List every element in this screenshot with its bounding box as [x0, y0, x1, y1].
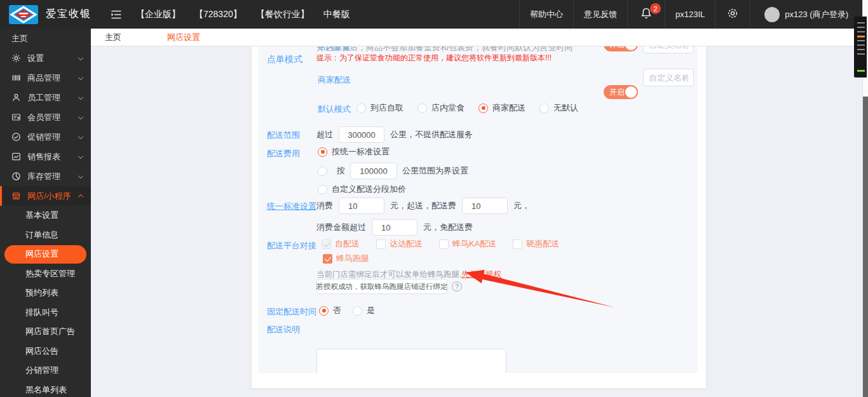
- chevron-down-icon: [78, 134, 83, 139]
- standard-line2: 消费金额超过 元，免配送费: [316, 219, 473, 236]
- checkbox-fengniao-ka[interactable]: 蜂鸟KA配送: [439, 238, 496, 250]
- standard-text: 元，免配送费: [423, 222, 473, 233]
- minimap-orange-marker: [857, 36, 865, 37]
- toggle-knob: [625, 86, 637, 98]
- sidebar-subitem-store-settings[interactable]: 网店设置: [4, 245, 86, 264]
- checkbox-label: 蜂鸟KA配送: [452, 238, 496, 250]
- radio-label: 店内堂食: [431, 102, 465, 114]
- sidebar-subitem-basic-settings[interactable]: 基本设置: [0, 206, 91, 225]
- scrollbar-thumb[interactable]: [863, 97, 868, 397]
- dinein-custom-name-input[interactable]: [643, 46, 694, 53]
- bind-shop-button[interactable]: 若授权成功，获取蜂鸟跑腿店铺进行绑定: [316, 279, 447, 294]
- sidebar-item-staff[interactable]: 员工管理: [0, 88, 91, 107]
- header-settings-button[interactable]: [715, 0, 750, 29]
- checkbox-label: 蜂鸟跑腿: [336, 253, 369, 264]
- sidebar-item-inventory[interactable]: 库存管理: [0, 166, 91, 186]
- merchant-delivery-custom-name-input[interactable]: [643, 69, 694, 86]
- barcode-icon: [11, 73, 22, 83]
- sidebar-item-label: 网店/小程序: [27, 191, 71, 202]
- standard-settings-label[interactable]: 统一标准设置: [267, 201, 316, 212]
- radio-no-default[interactable]: 无默认: [539, 102, 578, 114]
- sidebar-item-products[interactable]: 商品管理: [0, 68, 91, 88]
- sidebar-item-settings[interactable]: 设置: [0, 48, 91, 68]
- header-merchant-id[interactable]: 【728320】: [194, 9, 242, 20]
- merchant-delivery-toggle[interactable]: 开启: [604, 85, 638, 99]
- checkbox-label: 达达配送: [390, 238, 423, 250]
- min-spend-input[interactable]: [339, 198, 384, 214]
- sidebar-subitem-label: 基本设置: [25, 210, 58, 221]
- user-name-label: px123 (商户登录): [785, 9, 848, 20]
- sidebar-item-sales-reports[interactable]: 销售报表: [0, 147, 91, 166]
- content-area: 店内堂食 开启堂食后，商品不会添加餐盒费和包装费，就餐时间默认为营业时间 提示：…: [91, 46, 862, 397]
- header-cuisine-label[interactable]: 中餐版: [323, 9, 350, 20]
- line-chart-icon: [11, 152, 22, 162]
- header-industry-label[interactable]: 【餐饮行业】: [256, 9, 309, 20]
- delivery-range-input[interactable]: [339, 126, 384, 143]
- gear-icon: [11, 53, 22, 64]
- account-id-label[interactable]: px123IL: [665, 0, 715, 29]
- sidebar-item-label: 员工管理: [27, 92, 60, 104]
- menu-collapse-icon[interactable]: [111, 10, 122, 20]
- sidebar-item-promotions[interactable]: 促销管理: [0, 127, 91, 147]
- feedback-link[interactable]: 意见反馈: [573, 0, 627, 29]
- sidebar-item-members[interactable]: 会员管理: [0, 107, 91, 127]
- chevron-down-icon: [78, 173, 83, 178]
- minimap-widget[interactable]: [854, 17, 867, 77]
- sidebar-item-label: 商品管理: [27, 72, 60, 84]
- radio-merchant-delivery[interactable]: 商家配送: [478, 102, 526, 114]
- checkbox-dada[interactable]: 达达配送: [376, 238, 423, 250]
- free-delivery-threshold-input[interactable]: [372, 219, 417, 236]
- minimap-lines: [857, 22, 865, 58]
- radio-fixed-time-yes[interactable]: 是: [353, 305, 375, 316]
- checkbox-icon: [513, 239, 522, 249]
- radio-fee-by-range[interactable]: 按 公里范围为界设置: [318, 163, 468, 179]
- tab-home[interactable]: 主页: [105, 32, 121, 43]
- sidebar-subitem-store-notice[interactable]: 网店公告: [0, 342, 91, 361]
- checkbox-xiaohui[interactable]: 晓惠配送: [513, 238, 559, 250]
- checkbox-checked-icon: [323, 254, 332, 264]
- member-card-icon: [11, 112, 22, 123]
- sidebar-subitem-hot-zone[interactable]: 热卖专区管理: [0, 264, 91, 284]
- radio-dinein[interactable]: 店内堂食: [417, 102, 465, 114]
- delivery-note-label: 配送说明: [267, 324, 300, 335]
- sidebar-subitem-label: 黑名单列表: [25, 384, 67, 396]
- delivery-fee-input[interactable]: [462, 198, 508, 214]
- sidebar-subitem-reservation-list[interactable]: 预约列表: [0, 283, 91, 303]
- checkbox-self-delivery[interactable]: 自配送: [322, 238, 360, 250]
- question-circle-icon[interactable]: ?: [452, 281, 462, 292]
- sidebar-subitem-label: 分销管理: [25, 365, 58, 376]
- radio-fixed-time-no[interactable]: 否: [319, 305, 341, 316]
- radio-label: 是: [367, 305, 375, 316]
- help-center-link[interactable]: 帮助中心: [519, 0, 573, 29]
- standard-text: 元，: [513, 200, 530, 212]
- radio-icon: [318, 185, 327, 194]
- standard-text: 消费金额超过: [316, 222, 366, 233]
- checkbox-fengniao-paotui[interactable]: 蜂鸟跑腿: [323, 253, 369, 264]
- header-edition-label[interactable]: 【企业版】: [136, 9, 180, 20]
- sidebar-subitem-blacklist[interactable]: 黑名单列表: [0, 380, 91, 397]
- delivery-note-textarea[interactable]: [316, 349, 506, 373]
- range-prefix: 超过: [316, 129, 333, 140]
- radio-pickup[interactable]: 到店自取: [356, 102, 403, 114]
- sidebar-item-home[interactable]: 主页: [0, 29, 91, 48]
- authorize-link[interactable]: 先前往授权: [461, 270, 501, 279]
- sidebar-subitem-label: 排队叫号: [25, 307, 58, 318]
- standard-text: 消费: [316, 200, 333, 212]
- sidebar-subitem-order-info[interactable]: 订单信息: [0, 225, 91, 245]
- delivery-range-label: 配送范围: [267, 130, 300, 141]
- sidebar-item-online-store[interactable]: 网店/小程序: [0, 186, 91, 206]
- sidebar-item-label: 主页: [11, 33, 28, 44]
- dinein-toggle[interactable]: 开启: [604, 46, 638, 51]
- sidebar-subitem-homepage-ads[interactable]: 网店首页广告: [0, 322, 91, 342]
- sidebar-subitem-queue-call[interactable]: 排队叫号: [0, 303, 91, 323]
- sidebar-subitem-distribution[interactable]: 分销管理: [0, 361, 91, 380]
- gear-icon: [727, 8, 738, 21]
- radio-fee-custom[interactable]: 自定义配送分段加价: [318, 184, 406, 195]
- notifications-button[interactable]: 2: [627, 0, 665, 29]
- fee-range-input[interactable]: [350, 163, 397, 179]
- checkbox-icon: [376, 239, 386, 249]
- tab-store-settings[interactable]: 网店设置: [167, 32, 200, 43]
- radio-fee-standard[interactable]: 按统一标准设置: [318, 146, 390, 158]
- user-menu[interactable]: px123 (商户登录): [750, 0, 862, 29]
- radio-label: 无默认: [553, 102, 578, 114]
